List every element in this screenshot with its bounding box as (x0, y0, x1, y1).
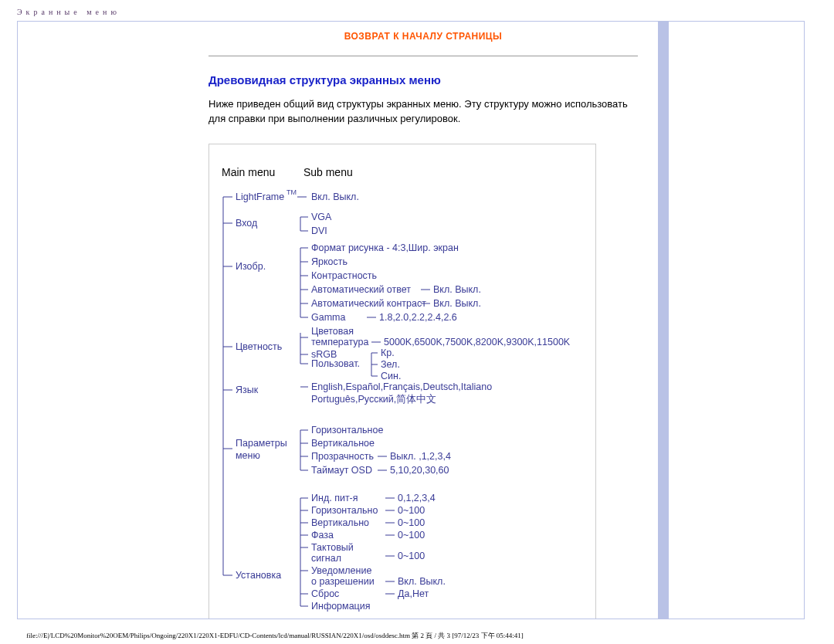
tree-lightframe-val: Вкл. Выкл. (311, 192, 359, 202)
tree-setup: Установка (236, 570, 281, 581)
page-title: Экранные меню (17, 8, 825, 16)
tree-image-gamma: Gamma (311, 312, 346, 323)
tree-setup-power-val: 0,1,2,3,4 (398, 493, 436, 503)
tree-setup-res-val: Вкл. Выкл. (398, 576, 446, 587)
tree-image-gamma-val: 1.8,2.0,2.2,2.4,2.6 (379, 312, 457, 323)
tree-color-temp2: температура (311, 337, 368, 347)
tree-image-brightness: Яркость (311, 256, 348, 267)
right-decorative-stripe (658, 22, 669, 619)
tree-color-b: Син. (381, 371, 401, 381)
tree-setup-power: Инд. пит-я (311, 493, 358, 503)
tree-setup-reset-val: Да,Нет (398, 588, 429, 599)
tree-setup-clock2: сигнал (311, 553, 341, 564)
tree-setup-vert: Вертикально (311, 517, 369, 528)
tree-color-temp1: Цветовая (311, 326, 354, 337)
tree-input: Вход (236, 218, 258, 229)
tree-color-custom: Пользоват. (311, 358, 360, 369)
tree-osd-2: меню (236, 450, 260, 461)
tree-image-autocontrast-val: Вкл. Выкл. (433, 298, 481, 309)
tree-image-autoanswer: Автоматический ответ (311, 284, 411, 295)
tree-osd-horiz: Горизонтальное (311, 425, 383, 436)
tree-setup-res2: о разрешении (311, 576, 375, 587)
divider (208, 56, 638, 56)
tree-color-temp-val: 5000K,6500K,7500K,8200K,9300K,11500K (384, 337, 571, 347)
tree-setup-phase: Фаза (311, 530, 334, 541)
content-frame: ВОЗВРАТ К НАЧАЛУ СТРАНИЦЫ Древовидная ст… (17, 21, 805, 619)
tree-setup-info: Информация (311, 601, 371, 612)
tree-color: Цветность (236, 341, 282, 352)
tree-image-autocontrast: Автоматический контраст (311, 298, 426, 309)
tree-osd-timeout-val: 5,10,20,30,60 (390, 465, 449, 476)
tree-setup-reset: Сброс (311, 588, 339, 599)
tree-language: Язык (236, 385, 259, 395)
osd-tree-svg: LightFrame TM Вкл. Выкл. Вход VGA DVI Из… (217, 189, 588, 619)
column-headers: Main menu Sub menu (217, 166, 588, 178)
tree-color-r: Кр. (381, 347, 395, 358)
intro-paragraph: Ниже приведен общий вид структуры экранн… (208, 97, 638, 127)
tree-setup-phase-val: 0~100 (398, 530, 425, 541)
tree-color-g: Зел. (381, 359, 400, 370)
tree-image-contrast: Контрастность (311, 270, 377, 281)
tree-lightframe: LightFrame (236, 192, 284, 202)
tree-lightframe-tm: TM (286, 189, 297, 196)
tree-setup-clock-val: 0~100 (398, 551, 425, 561)
tree-osd-transp-val: Выкл. ,1,2,3,4 (390, 451, 451, 462)
tree-image-format: Формат рисунка - 4:3,Шир. экран (311, 242, 459, 253)
tree-osd-vert: Вертикальное (311, 438, 375, 449)
tree-setup-res1: Уведомление (311, 565, 371, 576)
left-margin-column (18, 22, 192, 619)
right-margin-column (653, 22, 804, 619)
tree-image-autoanswer-val: Вкл. Выкл. (433, 284, 481, 295)
back-to-top-row: ВОЗВРАТ К НАЧАЛУ СТРАНИЦЫ (208, 22, 638, 42)
osd-tree-diagram: Main menu Sub menu LightFrame TM Вкл. Вы… (208, 144, 596, 619)
tree-language-line1: English,Español,Français,Deutsch,Italian… (311, 381, 492, 392)
footer-path: file:///E|/LCD%20Monitor%20OEM/Philips/O… (26, 631, 524, 641)
tree-osd-timeout: Таймаут OSD (311, 465, 372, 476)
tree-setup-vert-val: 0~100 (398, 517, 425, 528)
header-main-menu: Main menu (217, 166, 286, 178)
tree-language-line2: Português,Русский,简体中文 (311, 394, 436, 405)
back-to-top-link[interactable]: ВОЗВРАТ К НАЧАЛУ СТРАНИЦЫ (344, 31, 503, 42)
section-heading: Древовидная структура экранных меню (208, 73, 638, 86)
header-sub-menu: Sub menu (290, 166, 353, 178)
tree-input-dvi: DVI (311, 225, 327, 236)
tree-setup-horiz: Горизонтально (311, 505, 378, 516)
tree-osd-1: Параметры (236, 438, 287, 449)
tree-osd-transp: Прозрачность (311, 451, 374, 462)
tree-image: Изобр. (236, 261, 266, 272)
tree-setup-clock1: Тактовый (311, 542, 354, 553)
tree-setup-horiz-val: 0~100 (398, 505, 425, 516)
tree-input-vga: VGA (311, 212, 332, 222)
main-content: ВОЗВРАТ К НАЧАЛУ СТРАНИЦЫ Древовидная ст… (192, 22, 653, 619)
